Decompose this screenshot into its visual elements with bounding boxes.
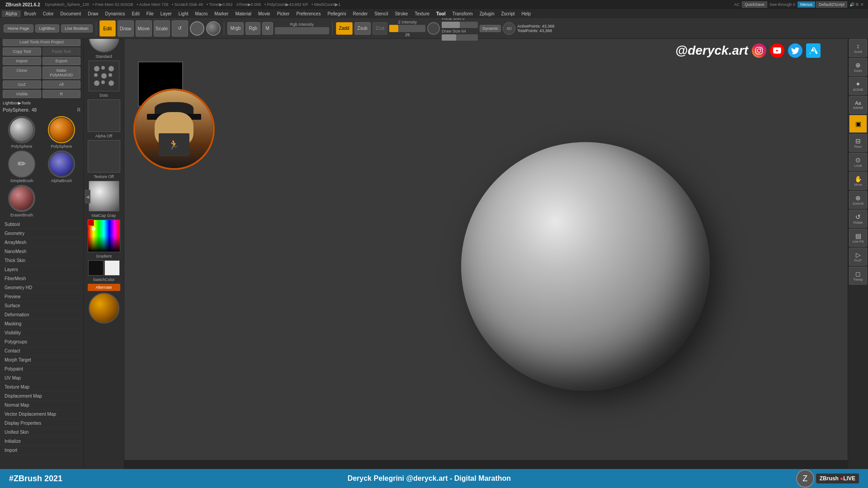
subtool-item-layers[interactable]: Layers: [0, 265, 83, 274]
menu-layer[interactable]: Layer: [157, 10, 175, 17]
subtool-item-displacement-map[interactable]: Displacement Map: [0, 392, 83, 401]
twitter-icon[interactable]: [788, 43, 802, 58]
subtool-item-geometry-hd[interactable]: Geometry HD: [0, 283, 83, 292]
subtool-item-contact[interactable]: Contact: [0, 347, 83, 356]
menu-file[interactable]: File: [143, 10, 157, 17]
prvit-btn[interactable]: ▷ PrvIT: [849, 248, 867, 266]
menus-btn[interactable]: Menus: [797, 1, 815, 8]
subtool-item-unified-skin[interactable]: Unified Skin: [0, 428, 83, 437]
menu-document[interactable]: Document: [57, 10, 85, 17]
subtool-item-surface[interactable]: Surface: [0, 301, 83, 310]
menu-stroke[interactable]: Stroke: [392, 10, 411, 17]
menu-movie[interactable]: Movie: [255, 10, 274, 17]
import-btn[interactable]: Import: [3, 57, 41, 65]
instagram-icon[interactable]: [752, 43, 766, 58]
quick-save-btn[interactable]: QuickSave: [742, 1, 767, 8]
menu-material[interactable]: Material: [232, 10, 255, 17]
rgb-intensity-slider[interactable]: [275, 27, 329, 34]
polysphere-orange-brush[interactable]: PolySphere: [42, 116, 80, 149]
alternate-btn[interactable]: Alternate: [88, 284, 120, 291]
black-swatch[interactable]: [88, 260, 104, 276]
dynamic-btn[interactable]: Dynamic: [480, 25, 501, 32]
load-tools-project-btn[interactable]: Load Tools From Project: [3, 38, 80, 46]
subtool-item-preview[interactable]: Preview: [0, 292, 83, 301]
clone-btn[interactable]: Clone: [3, 66, 41, 79]
menu-alpha[interactable]: Alpha: [2, 10, 21, 17]
subtool-item-geometry[interactable]: Geometry: [0, 229, 83, 238]
active-btn[interactable]: ✦ ACtIVE: [849, 77, 867, 95]
subtool-item-normal-map[interactable]: Normal Map: [0, 401, 83, 410]
menu-color[interactable]: Color: [40, 10, 57, 17]
subtool-item-arraymesh[interactable]: ArrayMesh: [0, 238, 83, 247]
all-btn[interactable]: All: [42, 80, 81, 89]
z-intensity-slider[interactable]: [389, 25, 425, 32]
canvas-area[interactable]: 🏃 @deryck.art: [124, 39, 848, 469]
zbrush-active-btn[interactable]: ▣: [849, 115, 867, 133]
menu-picker[interactable]: Picker: [274, 10, 293, 17]
make-poly-btn[interactable]: Make PolyMesh3D: [42, 66, 81, 79]
sphere-btn[interactable]: [206, 21, 221, 36]
mrgb-btn[interactable]: Mrgb: [227, 22, 244, 35]
subtool-item-initialize[interactable]: Initialize: [0, 437, 83, 446]
menu-light[interactable]: Light: [175, 10, 192, 17]
lightbox-btn[interactable]: LightBox: [35, 24, 59, 33]
collapse-panel-btn[interactable]: ◀: [85, 190, 90, 203]
menu-pellegrini[interactable]: Pellegrini: [324, 10, 349, 17]
alpha-off-preview[interactable]: [88, 99, 120, 132]
hand-btn[interactable]: ✋ Move: [849, 172, 867, 190]
draw-btn[interactable]: Draw: [118, 20, 134, 37]
zadd-btn[interactable]: Zadd: [336, 22, 353, 35]
menu-edit[interactable]: Edit: [128, 10, 142, 17]
menu-tool[interactable]: Tool: [433, 10, 448, 17]
transp-btn[interactable]: ◻ Transp: [849, 267, 867, 285]
zoomst-btn[interactable]: ⊕ ZoomSt: [849, 191, 867, 209]
move-btn[interactable]: Move: [136, 20, 152, 37]
floor-btn[interactable]: ⊟ Floor: [849, 134, 867, 152]
home-page-btn[interactable]: Home Page: [4, 24, 33, 33]
subtool-item-deformation[interactable]: Deformation: [0, 310, 83, 319]
rotate-btn[interactable]: ↺ Rotate: [849, 210, 867, 228]
zsub-btn[interactable]: Zsub: [354, 22, 371, 35]
local-btn[interactable]: ⊙ Local: [849, 153, 867, 171]
subtool-item-nanomesh[interactable]: NanoMesh: [0, 247, 83, 256]
scroll-btn[interactable]: ↕ Scroll: [849, 39, 867, 57]
foreground-color[interactable]: [88, 220, 94, 226]
default-zscript-btn[interactable]: DefaultZScript: [816, 1, 847, 8]
scale-btn[interactable]: Scale: [154, 20, 170, 37]
zoom-btn[interactable]: ⊕ Zoom: [849, 58, 867, 76]
menu-preferences[interactable]: Preferences: [293, 10, 324, 17]
subtool-item-visibility[interactable]: Visibility: [0, 328, 83, 338]
menu-zscript[interactable]: Zscript: [498, 10, 518, 17]
polysphere-brush[interactable]: PolySphere: [3, 116, 41, 149]
subtool-item-import[interactable]: Import: [0, 446, 83, 455]
subtool-item-thick-skin[interactable]: Thick Skin: [0, 256, 83, 265]
focal-slider[interactable]: [442, 22, 478, 28]
visible-btn[interactable]: Visible: [3, 90, 41, 98]
menu-stencil[interactable]: Stencil: [371, 10, 391, 17]
menu-draw[interactable]: Draw: [85, 10, 101, 17]
artstation-icon[interactable]: [806, 43, 821, 58]
simplebrush-item[interactable]: ✏ SimpleBrush: [3, 150, 41, 183]
alphabrush-item[interactable]: AlphaBrush: [42, 150, 80, 183]
menu-texture[interactable]: Texture: [411, 10, 433, 17]
menu-marker[interactable]: Marker: [211, 10, 231, 17]
menu-brush[interactable]: Brush: [21, 10, 39, 17]
dial-btn[interactable]: [427, 22, 440, 35]
line-fill-btn[interactable]: ▤ Line Fill: [849, 229, 867, 247]
eraserbrush-item[interactable]: EraserBrush: [3, 185, 41, 217]
matcap-preview[interactable]: [89, 181, 119, 211]
draw-size-slider[interactable]: [442, 34, 478, 41]
m-btn[interactable]: M: [262, 22, 273, 35]
subtool-item-polygroups[interactable]: Polygroups: [0, 338, 83, 347]
menu-help[interactable]: Help: [518, 10, 534, 17]
subtool-item-morph-target[interactable]: Morph Target: [0, 356, 83, 365]
r-btn[interactable]: R: [42, 90, 81, 98]
rgb-btn[interactable]: Rgb: [245, 22, 260, 35]
menu-dynamics[interactable]: Dynamics: [102, 10, 128, 17]
texture-off-preview[interactable]: [88, 140, 120, 173]
small-material-ball[interactable]: [89, 293, 119, 324]
edit-btn[interactable]: Edit: [99, 20, 116, 37]
paste-tool-btn[interactable]: Paste Tool: [42, 47, 81, 56]
menu-transform[interactable]: Transform: [449, 10, 476, 17]
dots-alpha-preview[interactable]: [89, 61, 119, 91]
